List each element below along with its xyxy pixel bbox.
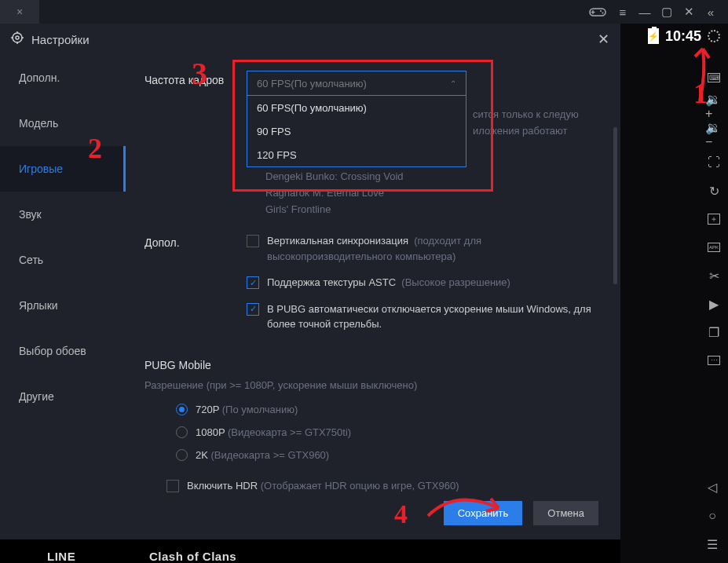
fullscreen-icon[interactable]: ⛶	[705, 155, 723, 170]
astc-checkbox[interactable]: ✓	[247, 276, 259, 289]
sidebar-item-label: Другие	[19, 390, 54, 403]
settings-window: Настройки ✕ Дополн. Модель Игровые Звук …	[0, 24, 620, 539]
vsync-checkbox[interactable]	[247, 235, 259, 247]
pubg-mouse-text: В PUBG автоматически отключается ускорен…	[267, 302, 598, 332]
rotate-icon[interactable]: ↻	[705, 184, 723, 198]
emulator-right-strip: ⚡ 10:45 ⌨ 🔉+ 🔉− ⛶ ↻ ＋ APK ✂ ▶ ❐ ⋯ ◁ ○ ☰	[620, 24, 728, 563]
scissors-icon[interactable]: ✂	[705, 269, 723, 283]
res-720-radio[interactable]	[176, 404, 188, 415]
extra-label: Допол.	[145, 233, 247, 343]
bg-app-label-2: Clash of Clans	[149, 550, 236, 563]
fps-option-90[interactable]: 90 FPS	[247, 119, 466, 143]
fps-dropdown-head[interactable]: 60 FPS(По умолчанию) ⌃	[247, 71, 466, 96]
settings-titlebar: Настройки ✕	[0, 24, 620, 55]
add-window-icon[interactable]: ＋	[705, 212, 723, 226]
sidebar-item-label: Дополн.	[19, 71, 60, 84]
fps-selected: 60 FPS(По умолчанию)	[257, 78, 367, 90]
volume-down-icon[interactable]: 🔉−	[705, 127, 723, 141]
battery-icon: ⚡	[648, 28, 659, 44]
res-1080-radio[interactable]	[176, 426, 188, 438]
fps-note: сится только к следую иложения работают	[473, 107, 579, 140]
svg-point-3	[600, 10, 602, 12]
ghost-game: Dengeki Bunko: Crossing Void	[265, 169, 598, 185]
bg-app-label-1: LINE	[47, 550, 75, 563]
svg-point-5	[13, 33, 22, 42]
loading-ring-icon	[708, 30, 720, 42]
gamepad-icon[interactable]	[587, 1, 609, 23]
vsync-text: Вертикальная синхронизация (подходит для…	[267, 233, 598, 264]
emulator-toolbar: ⌨ 🔉+ 🔉− ⛶ ↻ ＋ APK ✂ ▶ ❐ ⋯	[700, 71, 728, 367]
res-720-label: 720P (По умолчанию)	[196, 404, 298, 415]
window-close-icon[interactable]: ✕	[678, 1, 700, 23]
svg-point-6	[16, 36, 19, 39]
fps-dropdown-list: 60 FPS(По умолчанию) 90 FPS 120 FPS	[247, 96, 466, 167]
hdr-text: Включить HDR (Отображает HDR опцию в игр…	[187, 478, 459, 494]
astc-text: Поддержка текстуры ASTC (Высокое разреше…	[267, 275, 510, 291]
sidebar-item-model[interactable]: Модель	[0, 101, 126, 146]
fps-option-120[interactable]: 120 FPS	[247, 143, 466, 166]
ghost-game: Girls' Frontline	[265, 202, 598, 218]
settings-title: Настройки	[31, 33, 90, 46]
menu-icon[interactable]: ≡	[612, 1, 634, 23]
ghost-game: Ragnarok M: Eternal Love	[265, 185, 598, 202]
back-icon[interactable]: ◁	[708, 480, 717, 495]
close-icon: ×	[16, 5, 23, 18]
apk-icon[interactable]: APK	[705, 240, 723, 254]
home-icon[interactable]: ○	[708, 509, 716, 523]
sidebar-item-label: Выбор обоев	[19, 345, 86, 357]
more-icon[interactable]: ⋯	[705, 353, 723, 367]
sidebar-item-label: Звук	[19, 208, 42, 221]
collapse-icon[interactable]: «	[700, 1, 722, 23]
maximize-icon[interactable]: ▢	[656, 1, 678, 23]
sidebar-item-label: Ярлыки	[19, 299, 58, 312]
play-icon[interactable]: ▶	[705, 297, 723, 311]
chevron-up-icon: ⌃	[450, 79, 456, 88]
hdr-checkbox[interactable]	[166, 480, 179, 492]
emulator-nav: ◁ ○ ☰	[698, 480, 726, 552]
volume-up-icon[interactable]: 🔉+	[705, 99, 723, 113]
sidebar-item-game[interactable]: Игровые	[0, 146, 126, 192]
sidebar-item-network[interactable]: Сеть	[0, 237, 126, 283]
dialog-footer: Сохранить Отмена	[444, 501, 598, 525]
pubg-title: PUBG Mobile	[145, 359, 598, 371]
gear-icon	[11, 31, 24, 47]
sidebar-item-shortcuts[interactable]: Ярлыки	[0, 283, 126, 328]
cancel-button[interactable]: Отмена	[533, 501, 598, 525]
content-scrollbar[interactable]	[613, 127, 617, 520]
sidebar-item-other[interactable]: Другие	[0, 374, 126, 419]
fps-option-60[interactable]: 60 FPS(По умолчанию)	[247, 96, 466, 119]
window-controls: ≡ — ▢ ✕ «	[587, 1, 728, 23]
multi-window-icon[interactable]: ❐	[705, 325, 723, 339]
save-button[interactable]: Сохранить	[444, 501, 523, 525]
sidebar-item-sound[interactable]: Звук	[0, 192, 126, 237]
recent-icon[interactable]: ☰	[707, 537, 718, 552]
tab-close[interactable]: ×	[0, 0, 39, 24]
svg-point-4	[602, 13, 604, 14]
sidebar-item-label: Игровые	[19, 163, 63, 175]
fps-dropdown[interactable]: 60 FPS(По умолчанию) ⌃ 60 FPS(По умолчан…	[247, 71, 466, 167]
settings-close-icon[interactable]: ✕	[598, 31, 609, 48]
clock-time: 10:45	[665, 28, 701, 45]
sidebar-item-label: Сеть	[19, 254, 43, 266]
minimize-icon[interactable]: —	[634, 1, 656, 23]
pubg-res-hint: Разрешение (при >= 1080P, ускорение мыши…	[145, 379, 598, 391]
res-2k-label: 2K (Видеокарта >= GTX960)	[196, 449, 329, 461]
sidebar-item-label: Модель	[19, 117, 58, 130]
sidebar-item-wallpaper[interactable]: Выбор обоев	[0, 328, 126, 374]
emulator-tabbar: × ≡ — ▢ ✕ «	[0, 0, 728, 24]
android-statusbar: ⚡ 10:45	[620, 24, 728, 49]
keyboard-icon[interactable]: ⌨	[705, 71, 723, 85]
sidebar-item-extra[interactable]: Дополн.	[0, 55, 126, 101]
settings-sidebar: Дополн. Модель Игровые Звук Сеть Ярлыки …	[0, 55, 126, 539]
fps-label: Частота кадров	[145, 71, 247, 218]
settings-content: Частота кадров 60 FPS(По умолчанию) ⌃ 60…	[126, 55, 620, 539]
pubg-mouse-checkbox[interactable]: ✓	[247, 303, 259, 316]
res-2k-radio[interactable]	[176, 449, 188, 461]
res-1080-label: 1080P (Видеокарта >= GTX750ti)	[196, 426, 351, 438]
